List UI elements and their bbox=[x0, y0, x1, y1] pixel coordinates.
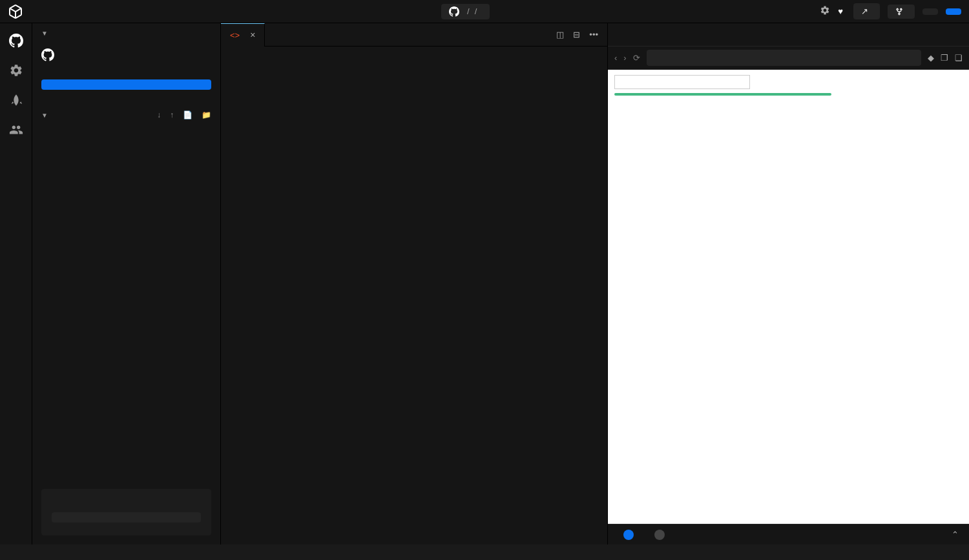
fork-icon bbox=[895, 8, 903, 16]
preview-pane: ‹ › ⟳ ◆ ❐ ❏ ⌃ bbox=[607, 23, 969, 544]
chevron-up-icon[interactable]: ⌃ bbox=[952, 530, 959, 539]
url-input[interactable] bbox=[647, 50, 921, 66]
activity-bar bbox=[0, 23, 32, 544]
signin-card-button[interactable] bbox=[52, 512, 201, 523]
code-icon: <> bbox=[230, 30, 240, 40]
share-icon: ↗ bbox=[861, 6, 868, 16]
menubar-right: ♥ ↗ bbox=[820, 3, 961, 19]
console-tab[interactable] bbox=[618, 530, 634, 540]
new-window-icon[interactable]: ❐ bbox=[941, 53, 948, 63]
heart-icon: ♥ bbox=[838, 6, 843, 16]
console-badge bbox=[623, 530, 634, 540]
github-icon[interactable] bbox=[9, 34, 23, 48]
back-icon[interactable]: ‹ bbox=[614, 53, 617, 63]
problems-tab[interactable] bbox=[649, 530, 665, 540]
repo-link[interactable] bbox=[32, 43, 220, 67]
upload-icon[interactable]: ↑ bbox=[170, 110, 174, 119]
github-icon bbox=[449, 6, 459, 17]
new-file-icon[interactable]: 📄 bbox=[183, 110, 193, 119]
codesandbox-logo[interactable] bbox=[8, 4, 23, 19]
sidebar-fork-button[interactable] bbox=[41, 79, 211, 90]
tools-icon[interactable]: ◆ bbox=[928, 53, 934, 63]
editor-pane: <> × ◫ ⊟ ••• bbox=[221, 23, 607, 544]
problems-badge bbox=[654, 530, 665, 540]
preview-tabs bbox=[608, 23, 969, 47]
copy-icon[interactable]: ❏ bbox=[955, 53, 963, 63]
more-icon[interactable]: ••• bbox=[589, 30, 598, 39]
create-sandbox-button[interactable] bbox=[922, 8, 938, 15]
sync-text bbox=[32, 67, 220, 79]
download-icon[interactable]: ↓ bbox=[157, 110, 161, 119]
signin-button[interactable] bbox=[946, 8, 961, 15]
search-input[interactable] bbox=[614, 75, 750, 89]
url-bar: ‹ › ⟳ ◆ ❐ ❏ bbox=[608, 47, 969, 70]
tab-tests[interactable] bbox=[631, 23, 654, 47]
grid-table bbox=[614, 93, 831, 96]
console-bar: ⌃ bbox=[608, 524, 969, 544]
reload-icon[interactable]: ⟳ bbox=[633, 53, 640, 63]
files-header[interactable]: ▼ ↓ ↑ 📄 📁 bbox=[32, 104, 220, 126]
github-icon bbox=[41, 48, 54, 61]
chevron-down-icon: ▼ bbox=[41, 30, 48, 37]
tabs-row: <> × ◫ ⊟ ••• bbox=[221, 23, 607, 47]
tab-browser[interactable] bbox=[608, 23, 631, 47]
signin-card bbox=[41, 489, 211, 535]
fork-button[interactable] bbox=[888, 5, 915, 19]
split-vertical-icon[interactable]: ⊟ bbox=[573, 30, 580, 39]
preview-content bbox=[608, 70, 969, 524]
breadcrumb[interactable]: / / bbox=[441, 4, 490, 19]
sidebar: ▼ ▼ ↓ ↑ 📄 📁 bbox=[32, 23, 221, 544]
menubar: / / ♥ ↗ bbox=[0, 0, 969, 23]
live-icon[interactable] bbox=[9, 123, 23, 137]
close-icon[interactable]: × bbox=[250, 30, 255, 40]
tab-index-html[interactable]: <> × bbox=[221, 23, 265, 47]
statusbar bbox=[0, 544, 969, 560]
embed-button[interactable]: ↗ bbox=[853, 3, 880, 19]
likes[interactable]: ♥ bbox=[838, 6, 846, 16]
settings-icon[interactable] bbox=[9, 63, 23, 78]
forward-icon[interactable]: › bbox=[623, 53, 626, 63]
chevron-down-icon: ▼ bbox=[41, 112, 48, 119]
settings-icon[interactable] bbox=[820, 5, 830, 17]
new-folder-icon[interactable]: 📁 bbox=[202, 110, 211, 119]
deploy-icon[interactable] bbox=[9, 93, 23, 107]
editor-body[interactable] bbox=[221, 47, 607, 544]
split-horizontal-icon[interactable]: ◫ bbox=[556, 30, 564, 39]
sidebar-header[interactable]: ▼ bbox=[32, 23, 220, 43]
